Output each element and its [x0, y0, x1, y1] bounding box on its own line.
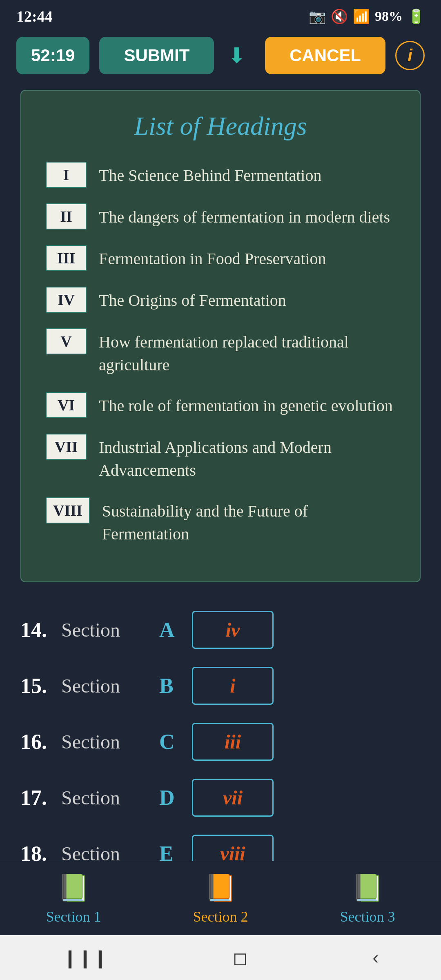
question-letter: A: [159, 618, 184, 642]
heading-roman: VI: [46, 392, 87, 418]
nav-section3[interactable]: 📗 Section 3: [340, 873, 395, 925]
question-number: 15.: [20, 674, 53, 698]
answer-box[interactable]: iii: [192, 723, 274, 761]
camera-icon: 📷: [309, 8, 326, 24]
question-number: 17.: [20, 786, 53, 810]
question-row: 14. Section A iv: [20, 611, 421, 649]
question-label: Section: [61, 675, 151, 697]
heading-item: IV The Origins of Fermentation: [46, 287, 395, 313]
question-row: 15. Section B i: [20, 667, 421, 705]
answer-value: iv: [226, 619, 240, 641]
question-row: 17. Section D vii: [20, 779, 421, 817]
battery-icon: 🔋: [408, 8, 425, 24]
answer-value: vii: [223, 787, 243, 808]
heading-item: VI The role of fermentation in genetic e…: [46, 392, 395, 418]
answer-box[interactable]: iv: [192, 611, 274, 649]
question-label: Section: [61, 619, 151, 641]
heading-text: The Origins of Fermentation: [99, 287, 286, 312]
heading-item: II The dangers of fermentation in modern…: [46, 203, 395, 229]
mute-icon: 🔇: [331, 8, 348, 24]
question-letter: D: [159, 786, 184, 810]
question-number: 16.: [20, 730, 53, 754]
section1-icon: 📗: [57, 873, 90, 903]
android-home-btn[interactable]: ◻: [233, 947, 248, 968]
heading-item: VIII Sustainability and the Future of Fe…: [46, 497, 395, 546]
heading-text: The Science Behind Fermentation: [99, 162, 321, 187]
bottom-nav: 📗 Section 1 📙 Section 2 📗 Section 3: [0, 861, 441, 935]
heading-item: I The Science Behind Fermentation: [46, 162, 395, 188]
section1-label: Section 1: [46, 908, 101, 925]
status-bar: 12:44 📷 🔇 📶 98% 🔋: [0, 0, 441, 29]
android-back-btn[interactable]: ‹: [372, 947, 379, 968]
android-nav: ❙❙❙ ◻ ‹: [0, 935, 441, 980]
question-number: 14.: [20, 618, 53, 642]
heading-roman: I: [46, 162, 87, 188]
question-letter: B: [159, 674, 184, 698]
heading-text: Industrial Applications and Modern Advan…: [99, 434, 395, 482]
top-bar: 52:19 SUBMIT ⬇ CANCEL i: [0, 29, 441, 82]
heading-text: The role of fermentation in genetic evol…: [99, 392, 393, 417]
heading-item: VII Industrial Applications and Modern A…: [46, 434, 395, 482]
heading-item: III Fermentation in Food Preservation: [46, 245, 395, 271]
headings-title: List of Headings: [46, 111, 395, 141]
heading-roman: VIII: [46, 497, 90, 523]
heading-text: Sustainability and the Future of Ferment…: [102, 497, 395, 546]
submit-button[interactable]: SUBMIT: [99, 37, 214, 74]
heading-roman: V: [46, 328, 87, 354]
answer-value: iii: [225, 731, 241, 753]
heading-item: V How fermentation replaced traditional …: [46, 328, 395, 376]
headings-list: I The Science Behind Fermentation II The…: [46, 162, 395, 546]
heading-text: The dangers of fermentation in modern di…: [99, 203, 390, 229]
heading-roman: IV: [46, 287, 87, 313]
section2-label: Section 2: [193, 908, 248, 925]
heading-text: How fermentation replaced traditional ag…: [99, 328, 395, 376]
heading-text: Fermentation in Food Preservation: [99, 245, 326, 270]
nav-section2[interactable]: 📙 Section 2: [193, 873, 248, 925]
info-button[interactable]: i: [395, 41, 425, 70]
questions-section: 14. Section A iv 15. Section B i 16. Sec…: [0, 590, 441, 903]
cancel-button[interactable]: CANCEL: [265, 37, 385, 74]
nav-section1[interactable]: 📗 Section 1: [46, 873, 101, 925]
question-label: Section: [61, 731, 151, 753]
section3-icon: 📗: [351, 873, 384, 903]
android-recent-btn[interactable]: ❙❙❙: [62, 947, 108, 968]
status-time: 12:44: [16, 7, 53, 25]
wifi-icon: 📶: [353, 8, 370, 24]
heading-roman: VII: [46, 434, 87, 460]
download-icon[interactable]: ⬇: [228, 43, 246, 68]
questions-list: 14. Section A iv 15. Section B i 16. Sec…: [20, 611, 421, 873]
section3-label: Section 3: [340, 908, 395, 925]
answer-box[interactable]: i: [192, 667, 274, 705]
headings-card: List of Headings I The Science Behind Fe…: [20, 90, 421, 582]
question-letter: C: [159, 730, 184, 754]
heading-roman: III: [46, 245, 87, 271]
battery-text: 98%: [375, 9, 403, 24]
answer-box[interactable]: vii: [192, 779, 274, 817]
heading-roman: II: [46, 203, 87, 229]
section2-icon: 📙: [204, 873, 237, 903]
status-icons: 📷 🔇 📶 98% 🔋: [309, 8, 425, 24]
answer-value: i: [230, 675, 235, 697]
timer-display: 52:19: [16, 37, 89, 74]
question-label: Section: [61, 786, 151, 809]
question-row: 16. Section C iii: [20, 723, 421, 761]
